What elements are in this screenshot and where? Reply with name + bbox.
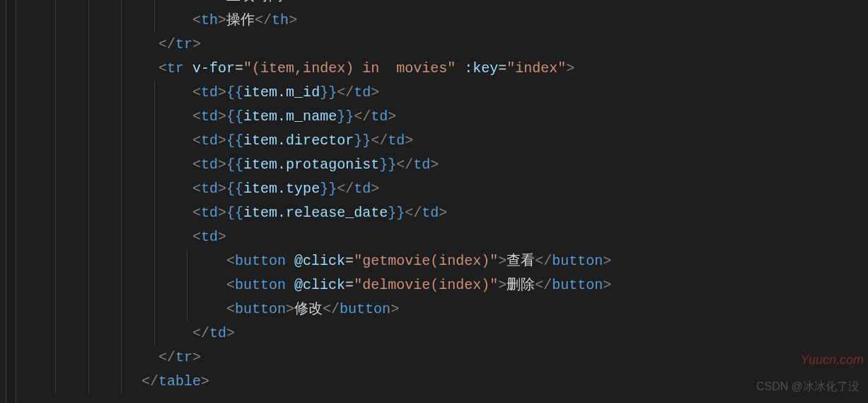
code-line[interactable]: <button @click="getmovie(index)">查看</but… [23,249,611,273]
code-editor[interactable]: <th>上映时间</th> <th>操作</th> </tr> <tr v-fo… [0,0,868,403]
code-line[interactable]: <tr v-for="(item,index) in movies" :key=… [23,57,611,81]
code-line[interactable]: </tr> [23,346,611,370]
code-line[interactable]: <button @click="delmovie(index)">删除</but… [23,273,611,297]
code-line[interactable]: <td>{{item.m_id}}</td> [23,81,611,105]
code-line[interactable]: <th>上映时间</th> [23,0,611,8]
csdn-watermark: CSDN @冰冰化了没 [756,375,860,399]
code-line[interactable]: <td>{{item.type}}</td> [23,177,611,201]
fold-gutter [0,0,23,403]
code-line[interactable]: <td> [23,225,611,249]
code-line[interactable]: <td>{{item.m_name}}</td> [23,105,611,129]
code-line[interactable]: </td> [23,322,611,346]
code-line[interactable]: <td>{{item.director}}</td> [23,129,611,153]
code-line[interactable]: </table> [23,370,611,394]
code-line[interactable]: </tr> [23,33,611,57]
site-watermark: Yuucn.com [801,348,864,372]
code-line[interactable]: <td>{{item.release_date}}</td> [23,201,611,225]
code-line[interactable]: <button>修改</button> [23,297,611,322]
code-area[interactable]: <th>上映时间</th> <th>操作</th> </tr> <tr v-fo… [23,0,611,403]
code-line[interactable]: <th>操作</th> [23,8,611,33]
code-line[interactable]: <td>{{item.protagonist}}</td> [23,153,611,177]
